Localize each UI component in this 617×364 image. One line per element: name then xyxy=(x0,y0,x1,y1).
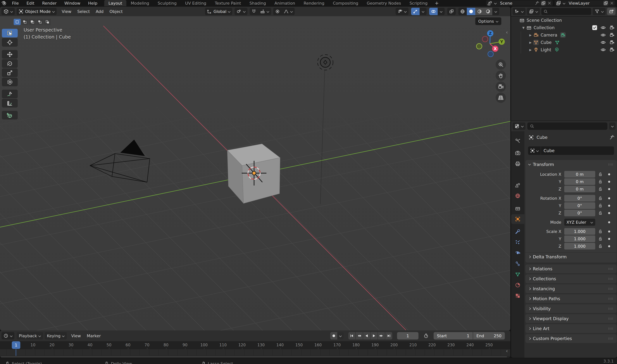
blender-logo-icon[interactable] xyxy=(0,0,8,6)
viewport-menu-add[interactable]: Add xyxy=(93,9,107,14)
scene-dropdown-chevron[interactable] xyxy=(494,2,497,4)
overlays-dropdown[interactable] xyxy=(438,8,445,15)
animate-dot[interactable] xyxy=(608,245,610,247)
panel-instancing[interactable]: Instancing xyxy=(525,284,617,293)
animate-dot[interactable] xyxy=(608,205,610,207)
select-mode-subtract[interactable] xyxy=(29,19,36,25)
transform-value-field[interactable]: 1.000 xyxy=(564,235,595,242)
workspace-tab-layout[interactable]: Layout xyxy=(104,0,127,6)
select-mode-intersect[interactable] xyxy=(44,19,51,25)
snap-toggle[interactable] xyxy=(250,8,258,15)
zoom-button[interactable] xyxy=(496,59,506,70)
transform-value-field[interactable]: 0 m xyxy=(564,171,595,178)
new-collection-button[interactable] xyxy=(607,8,616,15)
properties-tab-view-layer[interactable] xyxy=(511,170,524,179)
tool-cursor-button[interactable] xyxy=(2,38,18,47)
menu-help[interactable]: Help xyxy=(84,0,101,6)
lock-open-icon[interactable] xyxy=(598,196,603,201)
lock-open-icon[interactable] xyxy=(598,186,603,192)
animate-dot[interactable] xyxy=(608,197,610,199)
transform-value-field[interactable]: 0 m xyxy=(564,186,595,192)
properties-tab-physics[interactable] xyxy=(511,248,524,258)
properties-tab-modifiers[interactable] xyxy=(511,227,524,236)
animate-dot[interactable] xyxy=(608,238,610,240)
properties-options-dropdown[interactable] xyxy=(609,122,616,130)
properties-editor-type[interactable] xyxy=(512,122,525,130)
auto-key-dropdown[interactable] xyxy=(337,332,344,339)
animate-dot[interactable] xyxy=(608,221,610,223)
menu-window[interactable]: Window xyxy=(61,0,84,6)
tool-measure-button[interactable] xyxy=(2,99,18,107)
auto-key-button[interactable] xyxy=(330,332,337,339)
camera-view-button[interactable] xyxy=(496,81,506,92)
breadcrumb-label[interactable]: Cube xyxy=(537,135,548,140)
outliner-filter-mode[interactable] xyxy=(527,8,540,15)
properties-search-input[interactable] xyxy=(527,122,607,130)
tool-transform-button[interactable] xyxy=(2,78,18,86)
pin-icon[interactable] xyxy=(535,1,539,6)
tool-add-cube-button[interactable] xyxy=(2,111,18,119)
properties-tab-material[interactable] xyxy=(511,280,524,290)
new-viewlayer-icon[interactable] xyxy=(603,1,608,6)
panel-viewport-display[interactable]: Viewport Display xyxy=(525,314,617,323)
grip-icon[interactable] xyxy=(608,297,614,300)
transform-value-field[interactable]: 0° xyxy=(564,210,595,216)
viewport-menu-select[interactable]: Select xyxy=(74,9,93,14)
viewport-menu-view[interactable]: View xyxy=(59,9,74,14)
properties-tab-render[interactable] xyxy=(511,148,524,158)
navigation-gizmo[interactable]: Z Y X xyxy=(476,30,505,57)
grip-icon[interactable] xyxy=(608,317,614,321)
workspace-tab-geometry-nodes[interactable]: Geometry Nodes xyxy=(362,0,405,6)
animate-dot[interactable] xyxy=(608,212,610,214)
timeline-tracks[interactable] xyxy=(0,349,510,358)
workspace-tab-uv-editing[interactable]: UV Editing xyxy=(181,0,211,6)
grip-icon[interactable] xyxy=(608,163,614,166)
grip-icon[interactable] xyxy=(608,307,614,311)
viewlayer-icon[interactable] xyxy=(556,0,561,6)
next-keyframe-button[interactable] xyxy=(378,332,385,339)
object-name-field[interactable]: Cube xyxy=(528,146,614,155)
show-object-types-dropdown[interactable] xyxy=(396,8,408,15)
name-field-prefix[interactable] xyxy=(528,146,541,155)
shading-wireframe-button[interactable] xyxy=(458,8,467,15)
snap-target-dropdown[interactable] xyxy=(258,8,271,15)
viewlayer-dropdown-chevron[interactable] xyxy=(563,2,565,4)
outliner-filter-dropdown[interactable] xyxy=(593,8,605,15)
lock-open-icon[interactable] xyxy=(598,244,603,249)
select-mode-invert[interactable] xyxy=(36,19,43,25)
timeline-editor-type[interactable] xyxy=(1,332,14,339)
jump-to-start-button[interactable] xyxy=(348,332,355,339)
start-frame-field[interactable]: Start 1 xyxy=(434,332,473,339)
workspace-tab-rendering[interactable]: Rendering xyxy=(299,0,329,6)
animate-dot[interactable] xyxy=(608,173,610,175)
scene-icon[interactable] xyxy=(487,0,493,6)
tool-annotate-button[interactable] xyxy=(2,90,18,98)
play-button[interactable] xyxy=(371,332,377,339)
lock-open-icon[interactable] xyxy=(598,229,603,234)
select-mode-new[interactable] xyxy=(14,19,21,25)
prev-keyframe-button[interactable] xyxy=(356,332,363,339)
hide-eye-toggle[interactable] xyxy=(600,47,606,52)
pin-id-icon[interactable] xyxy=(609,135,615,140)
ortho-toggle-button[interactable] xyxy=(496,92,506,103)
delta-transform-header[interactable]: Delta Transform xyxy=(525,252,617,261)
transform-value-field[interactable]: 1.000 xyxy=(564,228,595,235)
panel-visibility[interactable]: Visibility xyxy=(525,304,617,313)
gizmo-neg-x[interactable] xyxy=(482,36,488,42)
viewport-menu-object[interactable]: Object xyxy=(107,9,126,14)
timeline-menu-view[interactable]: View xyxy=(68,334,84,338)
grip-icon[interactable] xyxy=(608,277,614,281)
collection-checkbox[interactable] xyxy=(592,25,597,30)
disable-render-toggle[interactable] xyxy=(609,47,615,52)
outliner-label[interactable]: Scene Collection xyxy=(527,18,562,23)
outliner-row-camera[interactable]: ▶Camera xyxy=(511,31,617,39)
disable-render-toggle[interactable] xyxy=(609,25,615,30)
workspace-tab-animation[interactable]: Animation xyxy=(270,0,299,6)
shading-dropdown[interactable] xyxy=(492,8,499,15)
new-scene-icon[interactable] xyxy=(541,1,546,6)
lock-open-icon[interactable] xyxy=(598,203,603,208)
lock-open-icon[interactable] xyxy=(598,172,603,177)
gizmos-toggle[interactable] xyxy=(411,8,420,15)
close-scene-icon[interactable] xyxy=(547,1,552,5)
tool-select-box-button[interactable] xyxy=(2,29,18,38)
